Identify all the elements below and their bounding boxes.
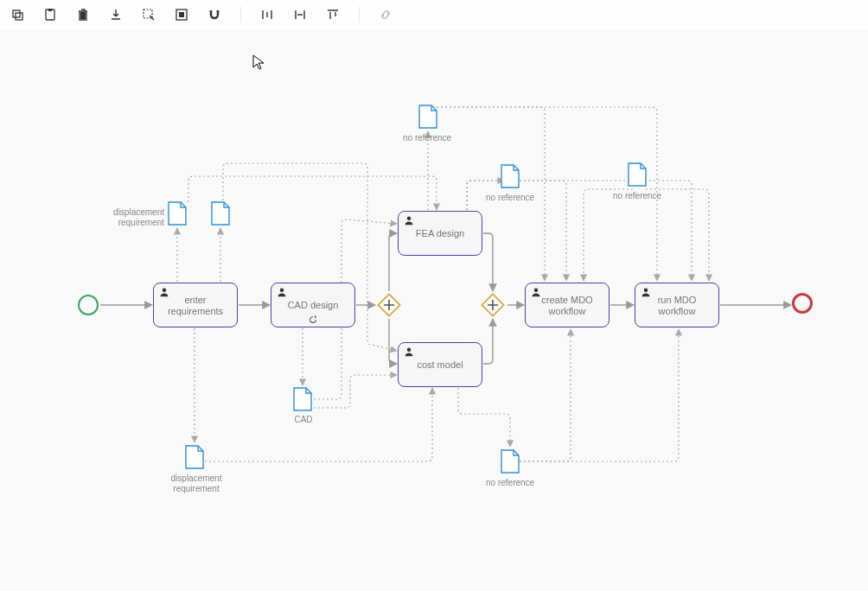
end-event[interactable] <box>792 293 813 314</box>
doc-label: displacement requirement <box>111 207 164 228</box>
doc-label: no reference <box>486 478 534 488</box>
svg-rect-3 <box>48 9 52 11</box>
doc-unnamed-top[interactable] <box>210 200 231 226</box>
gateway-merge[interactable] <box>480 292 506 318</box>
loop-icon <box>309 315 317 324</box>
doc-label: CAD <box>290 415 316 425</box>
svg-point-12 <box>534 289 539 293</box>
user-icon <box>404 346 414 357</box>
svg-point-8 <box>163 289 167 293</box>
svg-point-13 <box>644 289 648 293</box>
svg-point-9 <box>280 289 284 293</box>
cursor-icon <box>252 54 265 70</box>
svg-rect-7 <box>179 12 184 17</box>
toolbar <box>0 0 868 30</box>
delete-icon[interactable] <box>76 8 90 22</box>
task-label: create MDO workflow <box>533 295 602 317</box>
task-fea-design[interactable]: FEA design <box>398 211 482 256</box>
svg-rect-1 <box>16 13 22 20</box>
task-run-mdo[interactable]: run MDO workflow <box>635 283 719 327</box>
paste-icon[interactable] <box>43 8 57 22</box>
distribute-h-icon[interactable] <box>260 8 274 22</box>
doc-label: no reference <box>613 191 661 201</box>
doc-label: no reference <box>403 133 451 143</box>
doc-label: displacement requirement <box>166 473 227 494</box>
user-icon <box>277 287 287 297</box>
align-top-icon[interactable] <box>326 8 340 22</box>
canvas[interactable]: enter requirements CAD design FEA design… <box>0 29 868 591</box>
user-icon <box>531 287 541 297</box>
task-enter-requirements[interactable]: enter requirements <box>153 283 238 327</box>
svg-point-10 <box>407 217 412 221</box>
svg-rect-0 <box>13 10 20 17</box>
doc-noref-mid[interactable] <box>500 163 520 189</box>
gateway-split[interactable] <box>376 292 402 318</box>
doc-noref-top[interactable] <box>418 104 438 130</box>
task-label: enter requirements <box>161 295 230 317</box>
doc-noref-right[interactable] <box>627 162 648 187</box>
user-icon <box>159 287 169 297</box>
toolbar-separator <box>240 7 241 22</box>
group-icon[interactable] <box>175 8 188 22</box>
svg-point-11 <box>407 348 412 353</box>
doc-label: no reference <box>486 193 534 203</box>
distribute-v-icon[interactable] <box>293 8 307 22</box>
task-create-mdo[interactable]: create MDO workflow <box>525 283 610 327</box>
task-label: run MDO workflow <box>642 295 712 317</box>
svg-rect-4 <box>80 12 86 19</box>
task-cost-model[interactable]: cost model <box>398 342 482 387</box>
task-label: CAD design <box>278 300 348 311</box>
start-event[interactable] <box>78 295 99 315</box>
link-icon[interactable] <box>379 8 393 22</box>
doc-cad[interactable] <box>292 386 313 412</box>
doc-displacement-top[interactable] <box>167 200 188 226</box>
toolbar-separator-2 <box>359 7 360 22</box>
user-icon <box>641 287 651 297</box>
download-icon[interactable] <box>109 8 123 22</box>
lasso-icon[interactable] <box>142 8 156 22</box>
task-cad-design[interactable]: CAD design <box>271 283 355 327</box>
doc-noref-bottom[interactable] <box>500 448 520 474</box>
task-label: FEA design <box>405 228 475 239</box>
copy-icon[interactable] <box>10 8 24 22</box>
task-label: cost model <box>405 359 475 371</box>
magnet-icon[interactable] <box>207 8 221 22</box>
doc-displacement-bottom[interactable] <box>184 444 205 470</box>
user-icon <box>404 215 414 226</box>
